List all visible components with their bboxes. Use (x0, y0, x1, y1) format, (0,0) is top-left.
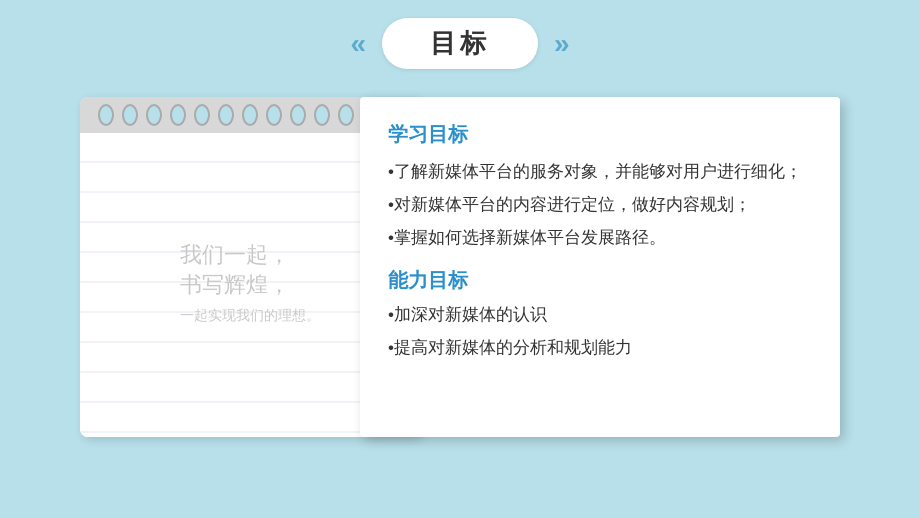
spiral-hole (266, 104, 282, 126)
arrow-left-icon[interactable]: « (350, 30, 366, 58)
bullet1: •了解新媒体平台的服务对象，并能够对用户进行细化； (388, 158, 812, 187)
spiral-hole (290, 104, 306, 126)
bullet4: •加深对新媒体的认识 (388, 301, 812, 330)
spiral-hole (338, 104, 354, 126)
main-content: 我们一起， 书写辉煌， 一起实现我们的理想。 学习目标 •了解新媒体平台的服务对… (0, 97, 920, 437)
bullet3: •掌握如何选择新媒体平台发展路径。 (388, 224, 812, 253)
spiral-hole (170, 104, 186, 126)
title-badge: 目标 (382, 18, 538, 69)
spiral-hole (98, 104, 114, 126)
header: « 目标 » (0, 18, 920, 69)
section1-title: 学习目标 (388, 121, 812, 148)
spiral-hole (146, 104, 162, 126)
section2-title: 能力目标 (388, 263, 812, 297)
page-title: 目标 (430, 28, 490, 58)
spiral-hole (194, 104, 210, 126)
spiral-hole (242, 104, 258, 126)
bullet2: •对新媒体平台的内容进行定位，做好内容规划； (388, 191, 812, 220)
spiral-hole (314, 104, 330, 126)
content-card: 学习目标 •了解新媒体平台的服务对象，并能够对用户进行细化； •对新媒体平台的内… (360, 97, 840, 437)
notebook-line3: 一起实现我们的理想。 (180, 300, 320, 330)
bullet5: •提高对新媒体的分析和规划能力 (388, 334, 812, 363)
notebook-line1: 我们一起， (180, 240, 320, 270)
spiral-hole (218, 104, 234, 126)
notebook-line2: 书写辉煌， (180, 270, 320, 300)
arrow-right-icon[interactable]: » (554, 30, 570, 58)
spiral-hole (122, 104, 138, 126)
notebook-text: 我们一起， 书写辉煌， 一起实现我们的理想。 (180, 240, 320, 330)
